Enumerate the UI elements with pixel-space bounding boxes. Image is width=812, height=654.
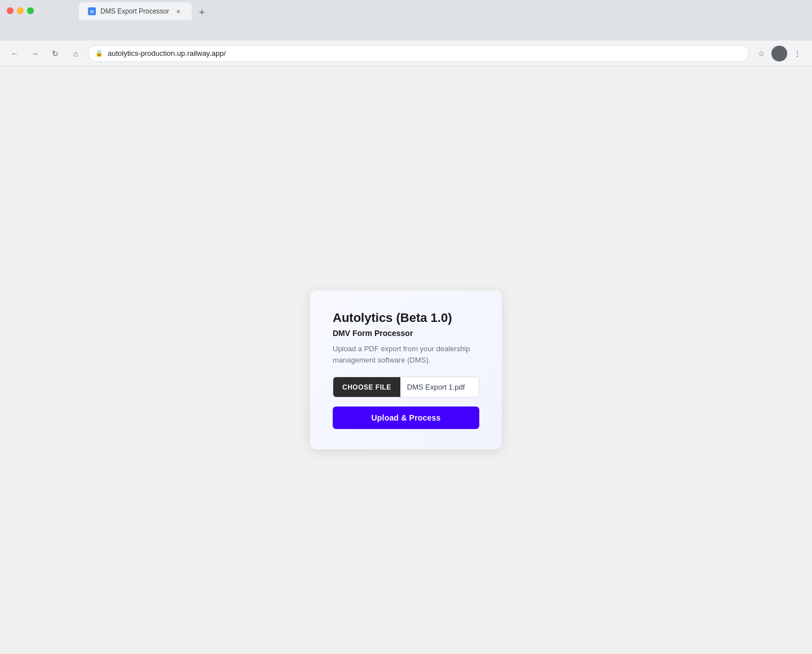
bookmark-icon[interactable]: ☆ [753,46,769,61]
title-bar: G DMS Export Processor ✕ + [0,0,812,21]
minimize-button[interactable] [17,7,24,14]
nav-actions: ☆ ⋮ [753,46,805,61]
tab-bar: G DMS Export Processor ✕ + [38,1,210,20]
browser-chrome: G DMS Export Processor ✕ + [0,0,812,41]
upload-process-button[interactable]: Upload & Process [333,406,479,429]
address-bar[interactable]: 🔒 autolytics-production.up.railway.app/ [88,45,749,62]
page-content: Autolytics (Beta 1.0) DMV Form Processor… [0,67,812,654]
back-button[interactable]: ← [7,46,23,61]
app-description: Upload a PDF export from your dealership… [333,343,479,365]
tab-title: DMS Export Processor [100,7,169,15]
active-tab[interactable]: G DMS Export Processor ✕ [79,2,192,20]
profile-avatar[interactable] [771,46,787,61]
choose-file-button[interactable]: CHOOSE FILE [333,377,400,397]
url-text: autolytics-production.up.railway.app/ [108,49,226,58]
reload-button[interactable]: ↻ [47,46,63,61]
home-button[interactable]: ⌂ [68,46,83,61]
forward-button[interactable]: → [27,46,43,61]
lock-icon: 🔒 [95,50,103,57]
file-input-row: CHOOSE FILE DMS Export 1.pdf [333,377,479,397]
file-name-display: DMS Export 1.pdf [400,377,479,397]
app-subtitle: DMV Form Processor [333,329,479,338]
app-title: Autolytics (Beta 1.0) [333,311,479,325]
main-card: Autolytics (Beta 1.0) DMV Form Processor… [310,290,502,449]
tab-close-icon[interactable]: ✕ [174,7,183,16]
tab-favicon: G [88,7,96,15]
traffic-lights [7,7,34,14]
more-options-icon[interactable]: ⋮ [789,46,805,61]
new-tab-button[interactable]: + [194,5,210,20]
nav-bar: ← → ↻ ⌂ 🔒 autolytics-production.up.railw… [0,41,812,67]
maximize-button[interactable] [27,7,34,14]
close-button[interactable] [7,7,14,14]
